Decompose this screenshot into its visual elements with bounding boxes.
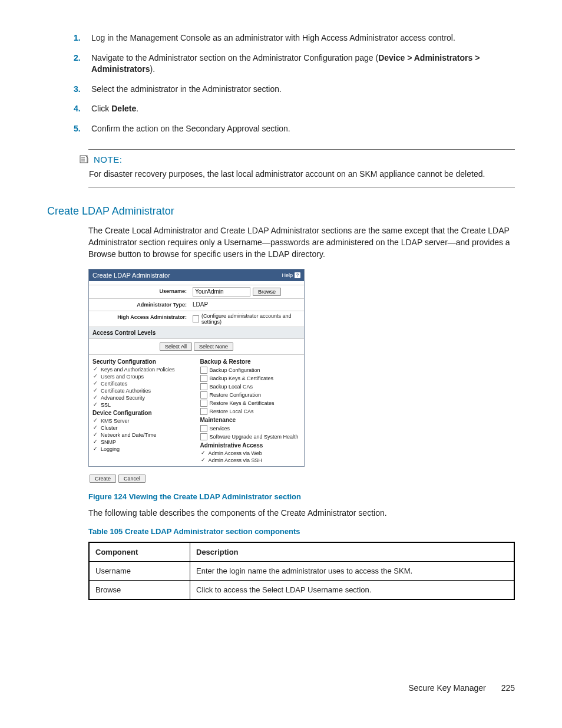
acl-item[interactable]: Admin Access via Web xyxy=(200,450,301,457)
checkbox-icon[interactable] xyxy=(200,383,207,390)
acl-item-label: Advanced Security xyxy=(101,395,145,401)
admintype-label: Administrator Type: xyxy=(89,299,190,311)
acl-item-label: Backup Configuration xyxy=(210,367,260,373)
step-text: Navigate to the Administrator section on… xyxy=(91,53,378,62)
acl-item[interactable]: SSL xyxy=(92,401,193,409)
note-text: For disaster recovery purposes, the last… xyxy=(89,168,515,180)
check-icon[interactable] xyxy=(92,381,98,387)
acl-right-column: Backup & RestoreBackup ConfigurationBack… xyxy=(197,355,305,466)
help-link[interactable]: Help? xyxy=(282,272,300,278)
acl-item-label: SSL xyxy=(101,402,111,408)
note-label-text: NOTE: xyxy=(94,154,122,164)
acl-group-head: Security Configuration xyxy=(92,358,193,365)
acl-item[interactable]: Restore Keys & Certificates xyxy=(200,399,301,407)
check-icon[interactable] xyxy=(92,432,98,438)
step-text: Log in the Management Console as an admi… xyxy=(91,33,455,42)
check-icon[interactable] xyxy=(92,439,98,445)
acl-left-column: Security ConfigurationKeys and Authoriza… xyxy=(89,355,197,466)
check-icon[interactable] xyxy=(92,374,98,380)
check-icon[interactable] xyxy=(92,446,98,452)
table-intro: The following table describes the compon… xyxy=(88,507,515,519)
checkbox-icon[interactable] xyxy=(200,367,207,374)
acl-item[interactable]: Advanced Security xyxy=(92,394,193,401)
acl-item[interactable]: KMS Server xyxy=(92,417,193,424)
components-table: Component Description Username Enter the… xyxy=(88,542,515,600)
acl-item-label: Admin Access via Web xyxy=(209,450,262,456)
acl-group-head: Administrative Access xyxy=(200,442,301,449)
acl-item-label: Admin Access via SSH xyxy=(209,457,263,463)
acl-item[interactable]: Certificate Authorities xyxy=(92,387,193,394)
check-icon[interactable] xyxy=(92,395,98,401)
highaccess-desc: (Configure administrator accounts and se… xyxy=(201,313,302,325)
td-description: Enter the login name the administrator u… xyxy=(190,562,515,581)
check-icon[interactable] xyxy=(92,418,98,424)
checkbox-icon[interactable] xyxy=(200,391,207,398)
ldap-admin-panel: Create LDAP Administrator Help? Username… xyxy=(88,269,305,467)
table-row: Username Enter the login name the admini… xyxy=(89,562,514,581)
acl-item-label: Restore Local CAs xyxy=(210,409,254,414)
acl-item[interactable]: Logging xyxy=(92,446,193,453)
acl-item[interactable]: Users and Groups xyxy=(92,373,193,380)
step-3: 3.Select the administrator in the Admini… xyxy=(91,84,515,95)
step-text: Select the administrator in the Administ… xyxy=(91,84,282,94)
table-caption: Table 105 Create LDAP Administrator sect… xyxy=(88,527,515,536)
check-icon[interactable] xyxy=(92,425,98,431)
checkbox-icon[interactable] xyxy=(200,425,207,432)
checkbox-icon[interactable] xyxy=(200,400,207,407)
acl-item-label: Logging xyxy=(101,446,120,452)
browse-button[interactable]: Browse xyxy=(253,288,281,296)
acl-item[interactable]: Restore Local CAs xyxy=(200,407,301,416)
select-none-button[interactable]: Select None xyxy=(194,342,233,351)
step-num: 4. xyxy=(74,103,81,115)
acl-item[interactable]: SNMP xyxy=(92,439,193,446)
select-all-button[interactable]: Select All xyxy=(160,342,192,351)
acl-item[interactable]: Certificates xyxy=(92,380,193,387)
td-component: Browse xyxy=(89,581,190,600)
acl-item[interactable]: Backup Local CAs xyxy=(200,383,301,391)
acl-item[interactable]: Cluster xyxy=(92,424,193,431)
cancel-button[interactable]: Cancel xyxy=(118,475,146,483)
step-2: 2.Navigate to the Administrator section … xyxy=(91,52,515,75)
highaccess-checkbox[interactable] xyxy=(193,315,199,322)
check-icon[interactable] xyxy=(92,402,98,408)
page-number: 225 xyxy=(501,683,515,693)
acl-item-label: KMS Server xyxy=(101,418,130,424)
acl-item-label: Certificates xyxy=(101,381,127,387)
check-icon[interactable] xyxy=(92,388,98,394)
acl-group-head: Device Configuration xyxy=(92,410,193,416)
checkbox-icon[interactable] xyxy=(200,375,207,382)
acl-item[interactable]: Keys and Authorization Policies xyxy=(92,366,193,373)
figure-caption: Figure 124 Viewing the Create LDAP Admin… xyxy=(88,492,515,501)
note-icon xyxy=(80,154,89,164)
acl-item[interactable]: Restore Configuration xyxy=(200,391,301,399)
section-heading: Create LDAP Administrator xyxy=(47,205,515,218)
panel-title: Create LDAP Administrator xyxy=(92,272,170,279)
create-button[interactable]: Create xyxy=(90,475,116,483)
username-label: Username: xyxy=(89,285,190,298)
acl-header: Access Control Levels xyxy=(89,327,304,338)
highaccess-label: High Access Administrator: xyxy=(89,311,190,327)
divider xyxy=(88,149,515,150)
check-icon[interactable] xyxy=(92,367,98,373)
checkbox-icon[interactable] xyxy=(200,408,207,415)
acl-item[interactable]: Backup Keys & Certificates xyxy=(200,374,301,383)
divider xyxy=(88,187,515,187)
acl-item[interactable]: Admin Access via SSH xyxy=(200,457,301,464)
username-input[interactable] xyxy=(193,287,250,297)
td-component: Username xyxy=(89,562,190,581)
steps-list: 1.Log in the Management Console as an ad… xyxy=(47,32,515,135)
step-num: 2. xyxy=(74,52,81,64)
acl-item-label: Cluster xyxy=(101,425,118,431)
check-icon[interactable] xyxy=(200,450,206,456)
step-num: 1. xyxy=(74,32,81,44)
acl-item[interactable]: Software Upgrade and System Health xyxy=(200,433,301,441)
acl-item[interactable]: Backup Configuration xyxy=(200,366,301,374)
acl-item[interactable]: Services xyxy=(200,424,301,433)
acl-item[interactable]: Network and Date/Time xyxy=(92,431,193,439)
check-icon[interactable] xyxy=(200,457,206,463)
acl-item-label: Backup Local CAs xyxy=(210,384,253,390)
table-row: Browse Click to access the Select LDAP U… xyxy=(89,581,514,600)
checkbox-icon[interactable] xyxy=(200,433,207,440)
th-component: Component xyxy=(89,542,190,562)
step-5: 5.Confirm the action on the Secondary Ap… xyxy=(91,123,515,135)
